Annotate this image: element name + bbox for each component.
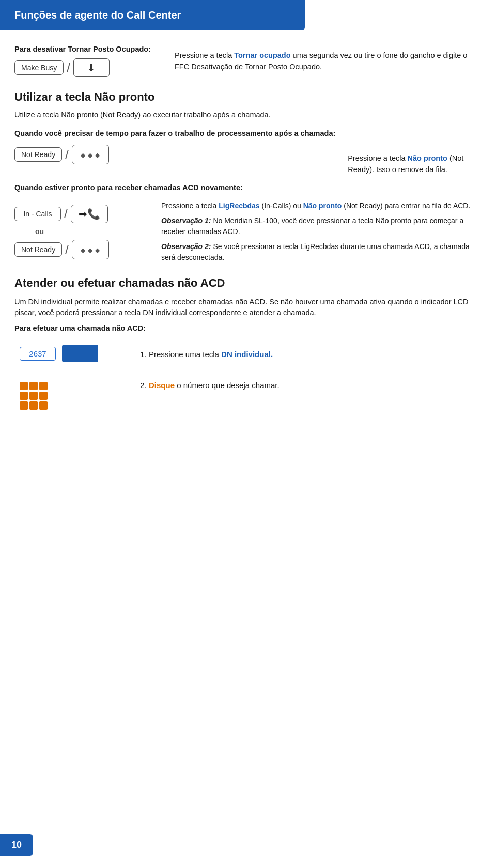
nao-pronto-left: Quando você precisar de tempo para fazer… (14, 128, 335, 168)
nao-pronto-highlight-2: Não pronto (303, 202, 342, 210)
keypad-grid (20, 382, 128, 410)
slash-icon: / (67, 60, 70, 75)
nao-pronto-highlight-1: Não pronto (408, 154, 447, 162)
ligrecbdas-highlight-1: LigRecbdas (219, 202, 259, 210)
dots-icon-1: ⬥⬥⬥ (80, 148, 101, 161)
header-bar: Funções de agente do Call Center (0, 0, 305, 30)
step1-right: Pressione uma tecla DN individual. (138, 337, 475, 376)
para-label: Para efetuar uma chamada não ACD: (14, 324, 475, 332)
step2-left (14, 376, 128, 415)
nao-pronto-when-section: Quando você precisar de tempo para fazer… (14, 128, 475, 176)
nao-pronto-right: Pressione a tecla Não pronto (Not Ready)… (348, 128, 475, 176)
dn-individual-highlight: DN individual. (221, 350, 273, 359)
obs2-text: Observação 2: Se você pressionar a tecla… (161, 241, 475, 263)
step2-row: Disque o número que deseja chamar. (14, 376, 475, 415)
not-ready-key-2: Not Ready (14, 242, 62, 257)
number-display: 2637 (20, 345, 128, 362)
step2-right: Disque o número que deseja chamar. (138, 376, 475, 407)
step-list: Pressione uma tecla DN individual. (149, 348, 475, 361)
grid-cell-9 (39, 401, 48, 410)
nao-pronto-body: Utilize a tecla Não pronto (Not Ready) a… (14, 110, 475, 121)
ou-text: ou (35, 227, 149, 236)
nao-pronto-section: Utilizar a tecla Não pronto Utilize a te… (14, 90, 475, 175)
atender-heading: Atender ou efetuar chamadas não ACD (14, 276, 475, 293)
grid-cell-4 (20, 392, 28, 400)
step-list-2: Disque o número que deseja chamar. (149, 379, 475, 392)
step1-row: 2637 Pressione uma tecla DN individual. (14, 337, 475, 376)
in-calls-description: Pressione a tecla LigRecbdas (In-Calls) … (161, 200, 475, 211)
nao-pronto-heading: Utilizar a tecla Não pronto (14, 90, 475, 107)
obs1-text: Observação 1: No Meridian SL-100, você d… (161, 215, 475, 237)
phone-arrow-icon: ➡📞 (79, 208, 100, 220)
step1-left: 2637 (14, 337, 128, 367)
tornar-ocupado-highlight: Tornar ocupado (234, 51, 290, 59)
slash-icon-3: / (64, 207, 68, 221)
dots-icon-box-1: ⬥⬥⬥ (72, 145, 109, 164)
not-ready-key-row-1: Not Ready / ⬥⬥⬥ (14, 145, 335, 164)
number-box: 2637 (20, 347, 56, 361)
grid-cell-5 (29, 392, 38, 400)
dots-icon-2: ⬥⬥⬥ (80, 243, 101, 256)
nao-pronto-description: Pressione a tecla Não pronto (Not Ready)… (348, 154, 463, 174)
when-ready-label: Quando estiver pronto para receber chama… (14, 182, 475, 193)
make-busy-key-row: Make Busy / ⬇ (14, 58, 159, 77)
page-number: 10 (0, 834, 33, 856)
grid-cell-7 (20, 401, 28, 410)
in-calls-key-row: In - Calls / ➡📞 (14, 205, 149, 223)
download-icon: ⬇ (87, 61, 96, 74)
grid-cell-3 (39, 382, 48, 390)
make-busy-key: Make Busy (14, 60, 64, 75)
obs2-label: Observação 2: (161, 242, 211, 251)
step-2: Disque o número que deseja chamar. (149, 379, 475, 392)
slash-icon-2: / (65, 147, 69, 162)
grid-cell-1 (20, 382, 28, 390)
when-ready-section: Quando estiver pronto para receber chama… (14, 182, 475, 267)
blue-rect (62, 345, 98, 362)
phone-icon-box: ➡📞 (71, 205, 108, 223)
grid-cell-8 (29, 401, 38, 410)
step-1: Pressione uma tecla DN individual. (149, 348, 475, 361)
in-calls-left: In - Calls / ➡📞 ou Not Ready / ⬥⬥⬥ (14, 200, 149, 264)
in-calls-right: Pressione a tecla LigRecbdas (In-Calls) … (161, 200, 475, 267)
obs1-label: Observação 1: (161, 216, 211, 225)
disque-highlight: Disque (149, 381, 175, 390)
not-ready-key-row-2: Not Ready / ⬥⬥⬥ (14, 240, 149, 259)
download-icon-box: ⬇ (73, 58, 110, 77)
in-calls-section: In - Calls / ➡📞 ou Not Ready / ⬥⬥⬥ (14, 200, 475, 267)
when-label: Quando você precisar de tempo para fazer… (14, 128, 335, 138)
slash-icon-4: / (65, 242, 69, 257)
grid-cell-2 (29, 382, 38, 390)
in-calls-key: In - Calls (14, 207, 61, 221)
dots-icon-box-2: ⬥⬥⬥ (72, 240, 109, 259)
make-busy-section: Para desativar Tornar Posto Ocupado: Mak… (14, 45, 475, 81)
atender-section: Atender ou efetuar chamadas não ACD Um D… (14, 276, 475, 415)
atender-body: Um DN individual permite realizar chamad… (14, 297, 475, 319)
grid-cell-6 (39, 392, 48, 400)
make-busy-description: Pressione a tecla Tornar ocupado uma seg… (175, 51, 467, 71)
make-busy-label: Para desativar Tornar Posto Ocupado: (14, 45, 159, 53)
not-ready-key-1: Not Ready (14, 147, 62, 162)
